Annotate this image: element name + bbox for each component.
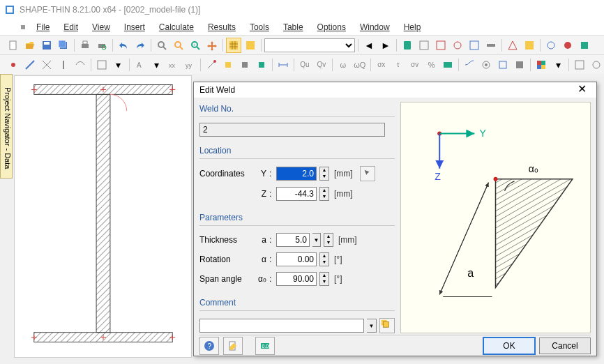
toolbar-combo[interactable] [264, 38, 355, 52]
dialog-titlebar[interactable]: Edit Weld ✕ [194, 82, 596, 98]
menu-help[interactable]: Help [397, 21, 428, 33]
coord-z-input[interactable] [276, 187, 317, 201]
grid-icon[interactable] [226, 38, 241, 53]
project-navigator-tab[interactable]: Project Navigator - Data [0, 74, 13, 179]
undo-icon[interactable] [116, 38, 131, 53]
menu-results[interactable]: Results [201, 21, 243, 33]
comment-dropdown-arrow[interactable]: ▼ [367, 319, 377, 333]
new-icon[interactable] [6, 38, 21, 53]
menu-tools[interactable]: Tools [243, 21, 276, 33]
sigma-tool-icon[interactable]: σx [374, 57, 389, 73]
tool-icon[interactable] [467, 38, 482, 53]
z-spinner[interactable]: ▲▼ [319, 187, 329, 201]
omega-tool-icon[interactable]: ω [335, 57, 351, 73]
save-icon[interactable] [39, 38, 54, 53]
comment-input[interactable] [199, 319, 364, 333]
tool-icon[interactable] [416, 38, 432, 53]
tool-icon[interactable] [495, 57, 511, 73]
tool-icon[interactable] [254, 57, 269, 73]
edit-button[interactable] [223, 337, 243, 355]
menu-calculate[interactable]: Calculate [152, 21, 201, 33]
coord-y-input[interactable] [276, 167, 317, 181]
menu-insert[interactable]: Insert [117, 21, 152, 33]
tool-icon[interactable] [505, 38, 520, 53]
redo-icon[interactable] [133, 38, 148, 53]
cancel-button[interactable]: Cancel [539, 338, 591, 354]
span-spinner[interactable]: ▲▼ [319, 272, 329, 286]
zoom-in-icon[interactable]: + [188, 38, 203, 53]
tool-icon[interactable]: A [133, 57, 148, 73]
save-all-icon[interactable] [56, 38, 71, 53]
menu-options[interactable]: Options [310, 21, 353, 33]
tool-icon[interactable] [522, 38, 537, 53]
tool-icon[interactable] [543, 38, 559, 53]
tau-tool-icon[interactable]: τ [391, 57, 406, 73]
pick-point-button[interactable] [360, 166, 375, 181]
menu-table[interactable]: Table [276, 21, 310, 33]
rotation-input[interactable] [276, 252, 317, 266]
sigma-plate-icon[interactable] [441, 57, 456, 73]
rotation-spinner[interactable]: ▲▼ [319, 252, 329, 266]
tool-icon[interactable] [560, 38, 575, 53]
omega-tool-icon[interactable]: ωQ [352, 57, 368, 73]
tool-icon[interactable] [462, 57, 477, 73]
close-icon[interactable]: ✕ [573, 82, 591, 98]
node-icon[interactable] [6, 57, 21, 73]
q-tool-icon[interactable]: Qv [314, 57, 329, 73]
tool-icon[interactable]: yy [182, 57, 197, 73]
tool-icon[interactable] [572, 57, 587, 73]
menu-file[interactable]: File [29, 21, 56, 33]
tool-icon[interactable] [450, 38, 465, 53]
nav-right-icon[interactable]: ► [378, 38, 393, 53]
tool-icon[interactable] [73, 57, 88, 73]
tool-icon[interactable] [220, 57, 236, 73]
q-tool-icon[interactable]: Qu [297, 57, 312, 73]
tool-icon[interactable] [39, 57, 54, 73]
dropdown-icon[interactable]: ▾ [550, 57, 566, 73]
help-button[interactable]: ? [199, 337, 219, 355]
dimension-icon[interactable] [275, 57, 291, 73]
pan-icon[interactable] [204, 38, 220, 53]
tool-icon[interactable] [589, 57, 604, 73]
model-canvas[interactable] [14, 75, 192, 358]
ok-button[interactable]: OK [483, 338, 535, 354]
dropdown-icon[interactable]: ▾ [111, 57, 126, 73]
tool-icon[interactable] [433, 38, 448, 53]
menu-view[interactable]: View [85, 21, 117, 33]
element-icon[interactable] [22, 57, 38, 73]
zoom-window-icon[interactable] [171, 38, 186, 53]
percent-tool-icon[interactable]: % [424, 57, 439, 73]
color-tool-icon[interactable] [534, 57, 549, 73]
dock-grip[interactable] [21, 25, 25, 29]
thickness-spinner[interactable]: ▲▼ [324, 233, 333, 247]
tool-icon[interactable] [204, 57, 219, 73]
print-icon[interactable] [77, 38, 93, 53]
print-preview-icon[interactable] [94, 38, 110, 53]
weld-no-input[interactable] [199, 123, 385, 137]
nav-left-icon[interactable]: ◄ [361, 38, 377, 53]
dialog-footer: ? 0.00 OK Cancel [199, 335, 591, 356]
thickness-combo[interactable]: 5.0 [276, 233, 310, 247]
dropdown-icon[interactable]: ▾ [149, 57, 165, 73]
menu-window[interactable]: Window [353, 21, 397, 33]
menu-edit[interactable]: Edit [56, 21, 85, 33]
sigma-tool-icon[interactable]: σv [407, 57, 423, 73]
tool-icon[interactable] [94, 57, 110, 73]
zoom-extents-icon[interactable] [154, 38, 169, 53]
tool-icon[interactable] [512, 57, 527, 73]
tool-icon[interactable] [478, 57, 494, 73]
tool-icon[interactable] [237, 57, 252, 73]
comment-library-button[interactable] [379, 318, 395, 333]
span-angle-input[interactable] [276, 272, 317, 286]
tool-icon[interactable] [56, 57, 71, 73]
preview-alpha0-label: α₀ [529, 163, 538, 174]
units-button[interactable]: 0.00 [255, 337, 275, 355]
tool-icon[interactable] [577, 38, 592, 53]
y-spinner[interactable]: ▲▼ [319, 167, 329, 181]
grid-settings-icon[interactable] [243, 38, 258, 53]
thickness-combo-arrow[interactable]: ▼ [312, 233, 321, 247]
calculate-icon[interactable] [400, 38, 415, 53]
tool-icon[interactable] [483, 38, 499, 53]
tool-icon[interactable]: xx [165, 57, 181, 73]
open-icon[interactable] [22, 38, 38, 53]
